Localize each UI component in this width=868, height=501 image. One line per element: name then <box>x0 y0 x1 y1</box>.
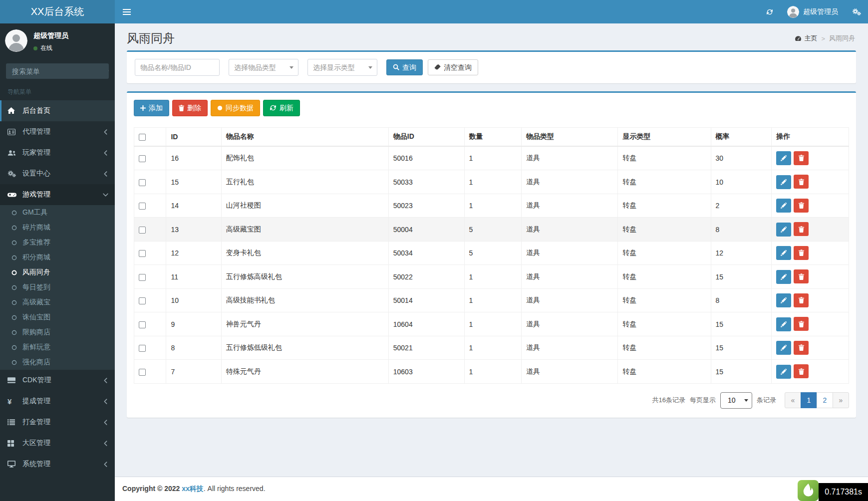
page-button-«[interactable]: « <box>785 392 801 408</box>
brand-logo[interactable]: XX后台系统 <box>0 0 115 23</box>
sidebar-item-cdk[interactable]: CDK管理 <box>0 370 115 391</box>
menu-search-input[interactable] <box>6 63 108 79</box>
sidebar-item-game[interactable]: 游戏管理 <box>0 184 115 205</box>
circle-o <box>10 210 17 216</box>
sidebar-item-system[interactable]: 系统管理 <box>0 454 115 475</box>
cell-actions <box>772 312 849 336</box>
sidebar-subitem[interactable]: 诛仙宝图 <box>0 310 115 325</box>
delete-row-button[interactable] <box>794 364 809 378</box>
pagination-bar: 共16条记录 每页显示 10 条记录 «12» <box>134 392 849 409</box>
sidebar-subitem[interactable]: 高级藏宝 <box>0 295 115 310</box>
edit-row-button[interactable] <box>776 199 791 213</box>
cell-name: 特殊元气丹 <box>221 360 388 384</box>
page-button-2[interactable]: 2 <box>817 392 833 408</box>
delete-row-button[interactable] <box>794 246 809 260</box>
breadcrumb-current: 风雨同舟 <box>829 34 855 43</box>
cell-qty: 1 <box>464 265 522 289</box>
cell-qty: 1 <box>464 194 522 218</box>
cell-prob: 15 <box>711 360 772 384</box>
search-button[interactable]: 查询 <box>386 59 423 76</box>
delete-row-button[interactable] <box>794 175 809 189</box>
chevron-left-icon <box>104 378 107 383</box>
clear-search-button[interactable]: 清空查询 <box>428 59 478 76</box>
sidebar-item-settings[interactable]: 设置中心 <box>0 163 115 184</box>
chevron-left-icon <box>104 150 107 156</box>
row-checkbox[interactable] <box>139 297 146 304</box>
delete-row-button[interactable] <box>794 293 809 307</box>
row-checkbox[interactable] <box>139 179 146 186</box>
navbar-right: 超级管理员 <box>759 0 868 23</box>
user-menu[interactable]: 超级管理员 <box>780 0 845 23</box>
sidebar-subitem[interactable]: 多宝推荐 <box>0 235 115 250</box>
breadcrumb-home[interactable]: 主页 <box>795 34 817 43</box>
table-row: 16配饰礼包500161道具转盘30 <box>134 146 849 170</box>
cell-prob: 10 <box>711 170 772 194</box>
sidebar-subitem[interactable]: 每日签到 <box>0 280 115 295</box>
delete-row-button[interactable] <box>794 341 809 355</box>
delete-button[interactable]: 删除 <box>172 100 208 116</box>
sidebar-subitem[interactable]: 新鲜玩意 <box>0 340 115 355</box>
item-type-select[interactable]: 选择物品类型 <box>229 59 298 76</box>
sidebar-item-label: 设置中心 <box>22 169 50 178</box>
edit-row-button[interactable] <box>776 365 791 379</box>
edit-row-button[interactable] <box>776 223 791 237</box>
sidebar-subitem[interactable]: 碎片商城 <box>0 220 115 235</box>
delete-row-button[interactable] <box>794 269 809 283</box>
row-checkbox[interactable] <box>139 155 146 162</box>
cell-name: 高级藏宝图 <box>221 218 388 242</box>
select-all-checkbox[interactable] <box>139 134 146 141</box>
refresh-button[interactable]: 刷新 <box>263 100 300 116</box>
keyword-input[interactable] <box>135 59 220 76</box>
row-checkbox[interactable] <box>139 203 146 210</box>
item-type-select-wrap: 选择物品类型 <box>229 59 298 76</box>
sidebar-subitem[interactable]: 积分商城 <box>0 250 115 265</box>
edit-row-button[interactable] <box>776 175 791 189</box>
per-page-select[interactable]: 10 <box>720 392 752 409</box>
dashboard-icon <box>795 35 802 41</box>
sidebar-item-commission[interactable]: ¥提成管理 <box>0 391 115 412</box>
sidebar-item-region[interactable]: 大区管理 <box>0 433 115 454</box>
page-button-»[interactable]: » <box>833 392 849 408</box>
row-checkbox[interactable] <box>139 321 146 328</box>
display-type-select[interactable]: 选择显示类型 <box>307 59 377 76</box>
row-checkbox[interactable] <box>139 250 146 257</box>
edit-row-button[interactable] <box>776 246 791 260</box>
search-icon[interactable] <box>108 63 109 79</box>
table-row: 12变身卡礼包500345道具转盘12 <box>134 241 849 265</box>
page-button-1[interactable]: 1 <box>801 392 817 408</box>
sidebar-item-label: 代理管理 <box>22 127 50 136</box>
edit-row-button[interactable] <box>776 151 791 165</box>
sync-data-button[interactable]: 同步数据 <box>211 100 260 116</box>
column-header: 显示类型 <box>618 127 711 146</box>
company-link[interactable]: xx科技 <box>182 485 204 493</box>
row-checkbox[interactable] <box>139 227 146 234</box>
row-checkbox[interactable] <box>139 369 146 376</box>
gear-icon[interactable] <box>845 0 868 23</box>
sidebar-subitem[interactable]: 风雨同舟 <box>0 265 115 280</box>
sidebar-subitem-label: 高级藏宝 <box>22 298 50 307</box>
row-checkbox[interactable] <box>139 345 146 352</box>
delete-row-button[interactable] <box>794 317 809 331</box>
edit-row-button[interactable] <box>776 293 791 307</box>
sidebar-item-gold[interactable]: 打金管理 <box>0 412 115 433</box>
edit-row-button[interactable] <box>776 317 791 331</box>
add-button[interactable]: 添加 <box>134 100 169 116</box>
edit-row-button[interactable] <box>776 270 791 284</box>
sidebar-item-agent[interactable]: 代理管理 <box>0 121 115 142</box>
delete-row-button[interactable] <box>794 199 809 213</box>
delete-row-button[interactable] <box>794 151 809 165</box>
thinkphp-logo-icon[interactable] <box>798 480 819 501</box>
delete-row-button[interactable] <box>794 222 809 236</box>
edit-row-button[interactable] <box>776 341 791 355</box>
row-checkbox[interactable] <box>139 274 146 281</box>
sidebar-subitem[interactable]: 限购商店 <box>0 325 115 340</box>
per-page-select-wrap: 10 <box>720 392 752 409</box>
sidebar-subitem[interactable]: GM工具 <box>0 205 115 220</box>
rights-text: . All rights reserved. <box>204 485 266 493</box>
sidebar-item-home[interactable]: 后台首页 <box>0 100 115 121</box>
sidebar-toggle-icon[interactable] <box>115 0 139 23</box>
sidebar-subitem[interactable]: 强化商店 <box>0 355 115 370</box>
refresh-icon[interactable] <box>759 0 780 23</box>
sidebar-item-player[interactable]: 玩家管理 <box>0 142 115 163</box>
cell-qty: 1 <box>464 360 522 384</box>
